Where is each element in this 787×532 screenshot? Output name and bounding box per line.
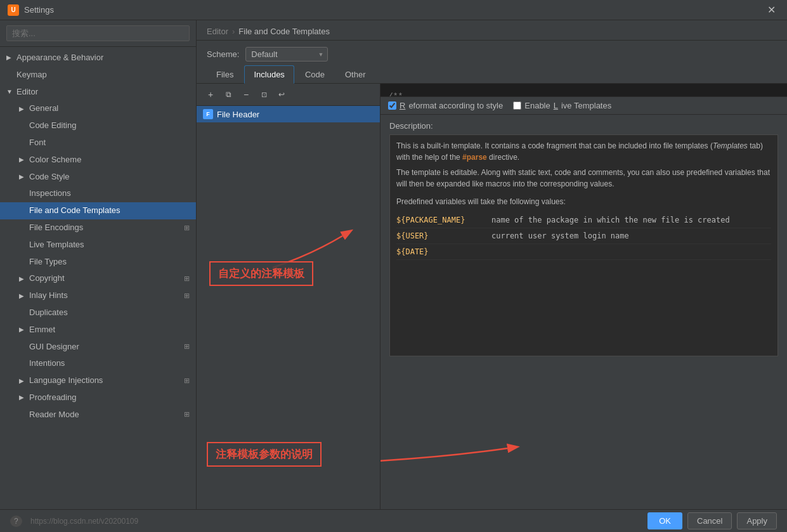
tab-files[interactable]: Files <box>207 65 243 84</box>
copy-template-button[interactable]: ⧉ <box>221 88 236 101</box>
sidebar-item-emmet[interactable]: ▶ Emmet <box>0 321 196 339</box>
live-templates-option: Enable Live Templates <box>513 101 611 110</box>
reformat-checkbox[interactable] <box>388 101 396 110</box>
sidebar-item-appearance[interactable]: ▶ Appearance & Behavior <box>0 49 196 67</box>
sidebar-item-code-editing[interactable]: Code Editing <box>0 117 196 134</box>
reformat-label-rest: eformat according to style <box>408 101 503 110</box>
variables-list: ${PACKAGE_NAME} name of the package in w… <box>396 212 771 260</box>
sidebar-item-gui-designer[interactable]: GUI Designer ⊞ <box>0 339 196 356</box>
sidebar-item-label: File Encodings <box>29 221 83 235</box>
no-arrow <box>6 70 14 80</box>
window-title: Settings <box>24 5 764 15</box>
expand-arrow: ▼ <box>6 87 14 97</box>
template-list-panel: + ⧉ − ⊡ ↩ F File Header 自定义的注释 <box>197 84 380 509</box>
no-arrow <box>19 257 27 267</box>
no-arrow <box>19 121 27 131</box>
var-row-package: ${PACKAGE_NAME} name of the package in w… <box>396 212 771 228</box>
sidebar-item-inspections[interactable]: Inspections <box>0 185 196 202</box>
reset-template-button[interactable]: ↩ <box>274 88 289 101</box>
dialog-buttons: OK Cancel Apply <box>647 512 777 529</box>
expand-arrow: ▶ <box>19 393 27 403</box>
var-name-package: ${PACKAGE_NAME} <box>396 214 485 226</box>
live-templates-checkbox[interactable] <box>513 101 521 110</box>
sidebar-item-proofreading[interactable]: ▶ Proofreading <box>0 389 196 406</box>
desc-text-2: The template is editable. Along with sta… <box>396 167 771 190</box>
tabs-bar: Files Includes Code Other <box>197 65 787 84</box>
no-arrow <box>19 240 27 250</box>
scheme-select[interactable]: Default Project <box>245 47 328 62</box>
help-button[interactable]: ? <box>10 516 22 527</box>
sidebar-item-code-style[interactable]: ▶ Code Style <box>0 169 196 186</box>
bottom-bar: ? https://blog.csdn.net/v20200109 OK Can… <box>0 509 787 532</box>
code-line-1: /** <box>388 90 779 96</box>
breadcrumb-separator: › <box>232 27 235 36</box>
var-name-date: ${DATE} <box>396 246 485 257</box>
no-arrow <box>19 410 27 420</box>
description-panel: Description: This is a built-in template… <box>380 114 787 509</box>
tab-includes[interactable]: Includes <box>244 65 294 84</box>
template-list: F File Header <box>197 106 380 509</box>
no-arrow <box>19 189 27 199</box>
sidebar-item-editor[interactable]: ▼ Editor <box>0 84 196 101</box>
sidebar-item-inlay-hints[interactable]: ▶ Inlay Hints ⊞ <box>0 287 196 304</box>
sidebar-item-live-templates[interactable]: Live Templates <box>0 237 196 254</box>
apply-button[interactable]: Apply <box>737 512 777 529</box>
sidebar-item-intentions[interactable]: Intentions <box>0 355 196 372</box>
live-templates-label-l: L <box>554 101 558 110</box>
reformat-option: Reformat according to style <box>388 101 503 110</box>
settings-icon4: ⊞ <box>184 341 190 353</box>
sidebar-item-label: Color Scheme <box>29 153 81 167</box>
cancel-button[interactable]: Cancel <box>687 512 732 529</box>
tab-other[interactable]: Other <box>335 65 375 84</box>
main-panel: Editor › File and Code Templates Scheme:… <box>197 20 787 509</box>
var-desc-user: current user system login name <box>491 230 771 242</box>
sidebar-item-duplicates[interactable]: Duplicates <box>0 304 196 321</box>
description-box: This is a built-in template. It contains… <box>389 134 778 356</box>
sidebar-item-file-types[interactable]: File Types <box>0 254 196 271</box>
expand-arrow: ▶ <box>19 291 27 301</box>
settings-icon3: ⊞ <box>184 290 190 302</box>
right-panel: /** * @version: java version 1.8 * @Auth… <box>380 84 787 509</box>
tab-code[interactable]: Code <box>296 65 334 84</box>
search-input[interactable] <box>6 25 190 41</box>
close-button[interactable]: ✕ <box>764 3 779 17</box>
sidebar-item-language-injections[interactable]: ▶ Language Injections ⊞ <box>0 372 196 389</box>
breadcrumb: Editor › File and Code Templates <box>197 20 787 41</box>
sidebar-item-general[interactable]: ▶ General <box>0 100 196 117</box>
sidebar-item-keymap[interactable]: Keymap <box>0 67 196 84</box>
settings-icon: ⊞ <box>184 223 190 234</box>
breadcrumb-parent: Editor <box>207 27 228 36</box>
description-label: Description: <box>389 121 778 131</box>
settings-icon2: ⊞ <box>184 273 190 285</box>
remove-template-button[interactable]: − <box>238 88 254 101</box>
add-template-button[interactable]: + <box>203 88 218 101</box>
sidebar-item-label: GUI Designer <box>29 341 79 354</box>
template-item-file-header[interactable]: F File Header <box>197 106 380 122</box>
sidebar-item-label: Reader Mode <box>29 408 79 422</box>
code-editor[interactable]: /** * @version: java version 1.8 * @Auth… <box>380 84 787 96</box>
sidebar-item-label: Inspections <box>29 187 71 200</box>
sidebar-item-label: Code Style <box>29 171 70 184</box>
settings-window: U Settings ✕ ▶ Appearance & Behavior Key… <box>0 0 787 532</box>
ok-button[interactable]: OK <box>647 512 682 529</box>
desc-predefined: Predefined variables will take the follo… <box>396 196 771 207</box>
options-bar: Reformat according to style Enable Live … <box>380 96 787 114</box>
sidebar-item-copyright[interactable]: ▶ Copyright ⊞ <box>0 270 196 287</box>
breadcrumb-current: File and Code Templates <box>238 27 330 36</box>
duplicate-template-button[interactable]: ⊡ <box>256 88 271 101</box>
sidebar-item-color-scheme[interactable]: ▶ Color Scheme <box>0 152 196 169</box>
sidebar-item-file-code-templates[interactable]: File and Code Templates <box>0 202 196 219</box>
sidebar-item-font[interactable]: Font <box>0 134 196 152</box>
sidebar-item-label: Inlay Hints <box>29 289 68 302</box>
expand-arrow: ▶ <box>19 376 27 386</box>
sidebar-item-file-encodings[interactable]: File Encodings ⊞ <box>0 219 196 237</box>
var-row-user: ${USER} current user system login name <box>396 228 771 244</box>
sidebar-item-reader-mode[interactable]: Reader Mode ⊞ <box>0 406 196 424</box>
sidebar-item-label: Code Editing <box>29 119 76 133</box>
template-item-label: File Header <box>217 110 259 119</box>
settings-icon5: ⊞ <box>184 375 190 387</box>
sidebar: ▶ Appearance & Behavior Keymap ▼ Editor … <box>0 20 197 509</box>
expand-arrow: ▶ <box>6 53 14 63</box>
no-arrow <box>19 223 27 233</box>
sidebar-item-label: Editor <box>16 86 38 99</box>
